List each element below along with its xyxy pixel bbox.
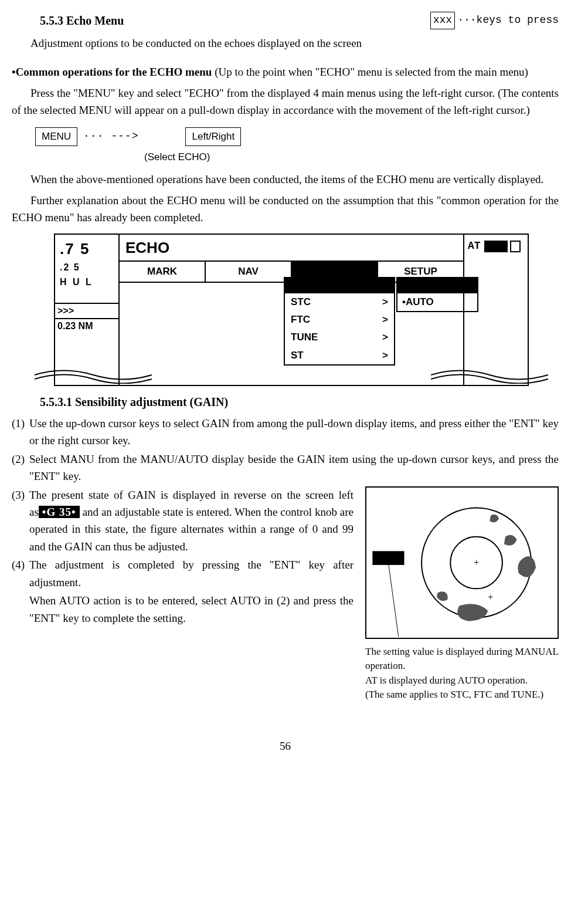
- diagram-right-panel: AT: [463, 235, 528, 385]
- at-open-box: [510, 241, 521, 252]
- dropdown-item-ftc[interactable]: FTC>: [285, 311, 394, 329]
- arrow-icon: ··· --->: [83, 128, 138, 145]
- at-black-box: [484, 241, 508, 252]
- range-large: .7 5: [55, 235, 118, 261]
- radar-figure: + +: [365, 486, 559, 639]
- tab-nav[interactable]: NAV: [206, 262, 292, 282]
- common-ops-rest: (Up to the point when "ECHO" menu is sel…: [212, 66, 528, 78]
- fig-cap-1: The setting value is displayed during MA…: [365, 645, 559, 674]
- dropdown-item-selected[interactable]: [285, 278, 394, 293]
- gain-value-badge: •G 35•: [39, 506, 80, 518]
- common-ops-lead: •Common operations for the ECHO menu (Up…: [12, 63, 559, 80]
- distance-row: 0.23 NM: [55, 318, 118, 334]
- select-echo-label: (Select ECHO): [144, 150, 559, 165]
- section-title: 5.5.3 Echo Menu: [40, 14, 124, 27]
- dropdown-item-tune[interactable]: TUNE>: [285, 329, 394, 346]
- arrows-row: >>>: [55, 303, 118, 319]
- gain-step-4: The adjustment is completed by pressing …: [29, 556, 354, 591]
- svg-text:+: +: [488, 592, 493, 602]
- common-ops-p1: Press the "MENU" key and select "ECHO" f…: [12, 84, 559, 119]
- echo-menu-diagram: .7 5 .2 5 H U L >>> 0.23 NM ECHO MARK NA…: [54, 234, 529, 386]
- page-number: 56: [12, 738, 559, 755]
- fig-cap-3: (The same applies to STC, FTC and TUNE.): [365, 688, 559, 702]
- legend-xxx-box: xxx: [430, 12, 455, 29]
- common-ops-p2: When the above-mentioned operations have…: [12, 171, 559, 188]
- fig-cap-2: AT is displayed during AUTO operation.: [365, 674, 559, 688]
- diagram-left-panel: .7 5 .2 5 H U L >>> 0.23 NM: [55, 235, 120, 385]
- diagram-main: ECHO MARK NAV SETUP STC> FTC> TUNE> ST> …: [120, 235, 463, 385]
- gain-title: 5.5.3.1 Sensibility adjustment (GAIN): [40, 393, 559, 411]
- echo-title: ECHO: [120, 235, 463, 262]
- svg-text:+: +: [474, 557, 479, 567]
- echo-dropdown: STC> FTC> TUNE> ST>: [284, 277, 395, 366]
- legend-keys: xxx ···keys to press: [430, 12, 559, 29]
- gain-auto-p: When AUTO action is to be entered, selec…: [29, 592, 354, 627]
- common-ops-p3: Further explanation about the ECHO menu …: [12, 192, 559, 226]
- intro-text: Adjustment options to be conducted on th…: [30, 35, 559, 52]
- torn-edge-right: [431, 366, 548, 384]
- svg-line-5: [389, 564, 399, 636]
- menu-key[interactable]: MENU: [35, 127, 77, 146]
- legend-text: ···keys to press: [457, 12, 559, 29]
- key-sequence: MENU ··· ---> Left/Right: [35, 127, 559, 146]
- figure-caption: The setting value is displayed during MA…: [365, 645, 559, 703]
- item-num-1: (1): [12, 415, 29, 449]
- range-small: .2 5: [55, 261, 118, 275]
- dropdown-item-stc[interactable]: STC>: [285, 293, 394, 311]
- item-num-2: (2): [12, 451, 29, 485]
- at-indicator: AT: [464, 235, 528, 255]
- left-right-key[interactable]: Left/Right: [185, 127, 241, 146]
- common-ops-bold: •Common operations for the ECHO menu: [12, 66, 212, 78]
- hul-label: H U L: [55, 275, 118, 290]
- gain-step-3: The present state of GAIN is displayed i…: [29, 486, 354, 556]
- gain-step-2: Select MANU from the MANU/AUTO display b…: [29, 451, 559, 485]
- dropdown-item-st[interactable]: ST>: [285, 347, 394, 364]
- torn-edge-left: [35, 366, 152, 384]
- item-num-3: (3): [12, 486, 29, 556]
- item-num-4: (4): [12, 556, 29, 591]
- tab-mark[interactable]: MARK: [120, 262, 206, 282]
- gain-step-1: Use the up-down cursor keys to select GA…: [29, 415, 559, 449]
